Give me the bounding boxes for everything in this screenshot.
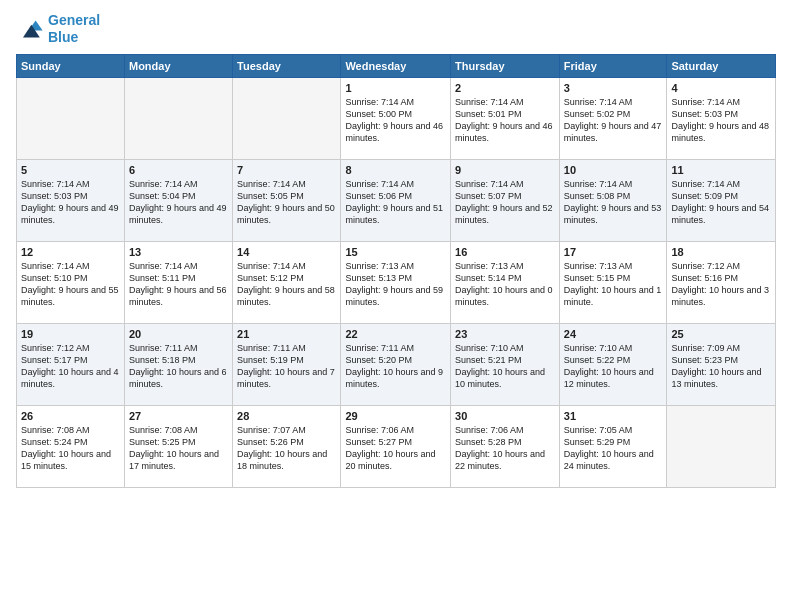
day-cell: 26Sunrise: 7:08 AM Sunset: 5:24 PM Dayli… bbox=[17, 405, 125, 487]
calendar-table: SundayMondayTuesdayWednesdayThursdayFrid… bbox=[16, 54, 776, 488]
day-number: 22 bbox=[345, 328, 446, 340]
day-cell: 28Sunrise: 7:07 AM Sunset: 5:26 PM Dayli… bbox=[233, 405, 341, 487]
logo-icon bbox=[16, 15, 44, 43]
day-number: 5 bbox=[21, 164, 120, 176]
weekday-header-saturday: Saturday bbox=[667, 54, 776, 77]
day-info: Sunrise: 7:14 AM Sunset: 5:12 PM Dayligh… bbox=[237, 260, 336, 309]
day-cell: 11Sunrise: 7:14 AM Sunset: 5:09 PM Dayli… bbox=[667, 159, 776, 241]
day-number: 2 bbox=[455, 82, 555, 94]
day-number: 12 bbox=[21, 246, 120, 258]
day-cell: 3Sunrise: 7:14 AM Sunset: 5:02 PM Daylig… bbox=[559, 77, 667, 159]
day-number: 11 bbox=[671, 164, 771, 176]
weekday-header-monday: Monday bbox=[124, 54, 232, 77]
day-number: 18 bbox=[671, 246, 771, 258]
day-number: 3 bbox=[564, 82, 663, 94]
day-cell: 1Sunrise: 7:14 AM Sunset: 5:00 PM Daylig… bbox=[341, 77, 451, 159]
day-cell bbox=[667, 405, 776, 487]
day-info: Sunrise: 7:12 AM Sunset: 5:16 PM Dayligh… bbox=[671, 260, 771, 309]
day-cell: 27Sunrise: 7:08 AM Sunset: 5:25 PM Dayli… bbox=[124, 405, 232, 487]
day-cell: 23Sunrise: 7:10 AM Sunset: 5:21 PM Dayli… bbox=[451, 323, 560, 405]
day-number: 14 bbox=[237, 246, 336, 258]
week-row-1: 5Sunrise: 7:14 AM Sunset: 5:03 PM Daylig… bbox=[17, 159, 776, 241]
day-cell: 2Sunrise: 7:14 AM Sunset: 5:01 PM Daylig… bbox=[451, 77, 560, 159]
day-cell bbox=[233, 77, 341, 159]
logo-text: General Blue bbox=[48, 12, 100, 46]
day-info: Sunrise: 7:05 AM Sunset: 5:29 PM Dayligh… bbox=[564, 424, 663, 473]
day-cell: 22Sunrise: 7:11 AM Sunset: 5:20 PM Dayli… bbox=[341, 323, 451, 405]
day-number: 31 bbox=[564, 410, 663, 422]
day-cell bbox=[124, 77, 232, 159]
day-cell: 30Sunrise: 7:06 AM Sunset: 5:28 PM Dayli… bbox=[451, 405, 560, 487]
weekday-header-sunday: Sunday bbox=[17, 54, 125, 77]
page-container: General Blue SundayMondayTuesdayWednesda… bbox=[0, 0, 792, 496]
day-info: Sunrise: 7:14 AM Sunset: 5:00 PM Dayligh… bbox=[345, 96, 446, 145]
day-info: Sunrise: 7:09 AM Sunset: 5:23 PM Dayligh… bbox=[671, 342, 771, 391]
day-info: Sunrise: 7:11 AM Sunset: 5:18 PM Dayligh… bbox=[129, 342, 228, 391]
weekday-header-wednesday: Wednesday bbox=[341, 54, 451, 77]
day-number: 21 bbox=[237, 328, 336, 340]
logo: General Blue bbox=[16, 12, 100, 46]
day-info: Sunrise: 7:13 AM Sunset: 5:14 PM Dayligh… bbox=[455, 260, 555, 309]
day-cell: 12Sunrise: 7:14 AM Sunset: 5:10 PM Dayli… bbox=[17, 241, 125, 323]
day-cell: 24Sunrise: 7:10 AM Sunset: 5:22 PM Dayli… bbox=[559, 323, 667, 405]
day-number: 9 bbox=[455, 164, 555, 176]
weekday-header-row: SundayMondayTuesdayWednesdayThursdayFrid… bbox=[17, 54, 776, 77]
week-row-4: 26Sunrise: 7:08 AM Sunset: 5:24 PM Dayli… bbox=[17, 405, 776, 487]
day-cell: 31Sunrise: 7:05 AM Sunset: 5:29 PM Dayli… bbox=[559, 405, 667, 487]
day-info: Sunrise: 7:14 AM Sunset: 5:07 PM Dayligh… bbox=[455, 178, 555, 227]
day-cell: 16Sunrise: 7:13 AM Sunset: 5:14 PM Dayli… bbox=[451, 241, 560, 323]
day-number: 28 bbox=[237, 410, 336, 422]
day-number: 29 bbox=[345, 410, 446, 422]
day-cell: 9Sunrise: 7:14 AM Sunset: 5:07 PM Daylig… bbox=[451, 159, 560, 241]
day-number: 7 bbox=[237, 164, 336, 176]
day-cell: 17Sunrise: 7:13 AM Sunset: 5:15 PM Dayli… bbox=[559, 241, 667, 323]
day-info: Sunrise: 7:14 AM Sunset: 5:03 PM Dayligh… bbox=[671, 96, 771, 145]
weekday-header-thursday: Thursday bbox=[451, 54, 560, 77]
day-number: 4 bbox=[671, 82, 771, 94]
day-number: 15 bbox=[345, 246, 446, 258]
day-cell: 7Sunrise: 7:14 AM Sunset: 5:05 PM Daylig… bbox=[233, 159, 341, 241]
day-cell: 20Sunrise: 7:11 AM Sunset: 5:18 PM Dayli… bbox=[124, 323, 232, 405]
day-number: 8 bbox=[345, 164, 446, 176]
week-row-2: 12Sunrise: 7:14 AM Sunset: 5:10 PM Dayli… bbox=[17, 241, 776, 323]
day-info: Sunrise: 7:14 AM Sunset: 5:08 PM Dayligh… bbox=[564, 178, 663, 227]
day-info: Sunrise: 7:13 AM Sunset: 5:15 PM Dayligh… bbox=[564, 260, 663, 309]
day-cell: 15Sunrise: 7:13 AM Sunset: 5:13 PM Dayli… bbox=[341, 241, 451, 323]
day-cell: 6Sunrise: 7:14 AM Sunset: 5:04 PM Daylig… bbox=[124, 159, 232, 241]
day-info: Sunrise: 7:10 AM Sunset: 5:21 PM Dayligh… bbox=[455, 342, 555, 391]
week-row-3: 19Sunrise: 7:12 AM Sunset: 5:17 PM Dayli… bbox=[17, 323, 776, 405]
week-row-0: 1Sunrise: 7:14 AM Sunset: 5:00 PM Daylig… bbox=[17, 77, 776, 159]
day-cell: 5Sunrise: 7:14 AM Sunset: 5:03 PM Daylig… bbox=[17, 159, 125, 241]
day-number: 17 bbox=[564, 246, 663, 258]
day-info: Sunrise: 7:14 AM Sunset: 5:09 PM Dayligh… bbox=[671, 178, 771, 227]
day-cell bbox=[17, 77, 125, 159]
day-cell: 4Sunrise: 7:14 AM Sunset: 5:03 PM Daylig… bbox=[667, 77, 776, 159]
day-info: Sunrise: 7:08 AM Sunset: 5:25 PM Dayligh… bbox=[129, 424, 228, 473]
day-cell: 18Sunrise: 7:12 AM Sunset: 5:16 PM Dayli… bbox=[667, 241, 776, 323]
day-info: Sunrise: 7:14 AM Sunset: 5:01 PM Dayligh… bbox=[455, 96, 555, 145]
day-cell: 25Sunrise: 7:09 AM Sunset: 5:23 PM Dayli… bbox=[667, 323, 776, 405]
weekday-header-friday: Friday bbox=[559, 54, 667, 77]
day-cell: 10Sunrise: 7:14 AM Sunset: 5:08 PM Dayli… bbox=[559, 159, 667, 241]
day-cell: 29Sunrise: 7:06 AM Sunset: 5:27 PM Dayli… bbox=[341, 405, 451, 487]
day-info: Sunrise: 7:14 AM Sunset: 5:11 PM Dayligh… bbox=[129, 260, 228, 309]
day-number: 23 bbox=[455, 328, 555, 340]
day-info: Sunrise: 7:12 AM Sunset: 5:17 PM Dayligh… bbox=[21, 342, 120, 391]
day-info: Sunrise: 7:07 AM Sunset: 5:26 PM Dayligh… bbox=[237, 424, 336, 473]
day-info: Sunrise: 7:06 AM Sunset: 5:28 PM Dayligh… bbox=[455, 424, 555, 473]
day-info: Sunrise: 7:06 AM Sunset: 5:27 PM Dayligh… bbox=[345, 424, 446, 473]
day-number: 10 bbox=[564, 164, 663, 176]
day-number: 24 bbox=[564, 328, 663, 340]
weekday-header-tuesday: Tuesday bbox=[233, 54, 341, 77]
day-info: Sunrise: 7:14 AM Sunset: 5:02 PM Dayligh… bbox=[564, 96, 663, 145]
day-number: 6 bbox=[129, 164, 228, 176]
day-info: Sunrise: 7:11 AM Sunset: 5:20 PM Dayligh… bbox=[345, 342, 446, 391]
day-number: 13 bbox=[129, 246, 228, 258]
day-cell: 14Sunrise: 7:14 AM Sunset: 5:12 PM Dayli… bbox=[233, 241, 341, 323]
day-info: Sunrise: 7:14 AM Sunset: 5:10 PM Dayligh… bbox=[21, 260, 120, 309]
day-number: 26 bbox=[21, 410, 120, 422]
day-info: Sunrise: 7:11 AM Sunset: 5:19 PM Dayligh… bbox=[237, 342, 336, 391]
day-number: 25 bbox=[671, 328, 771, 340]
day-info: Sunrise: 7:14 AM Sunset: 5:05 PM Dayligh… bbox=[237, 178, 336, 227]
day-number: 20 bbox=[129, 328, 228, 340]
